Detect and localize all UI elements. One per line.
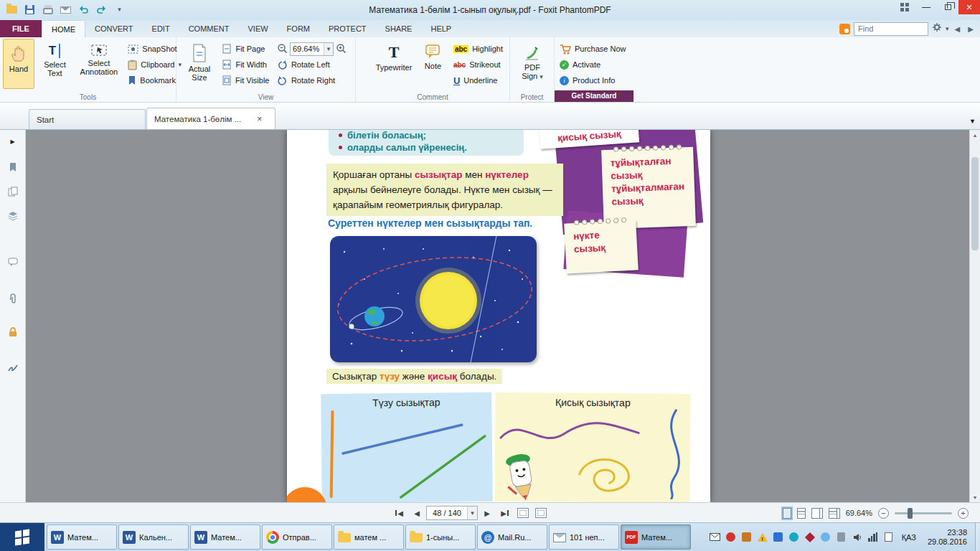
speaker-icon[interactable] [851, 531, 864, 544]
tab-document[interactable]: Математика 1-бөлім ... × [146, 108, 275, 129]
print-icon[interactable] [42, 4, 54, 16]
first-page-button[interactable]: ◀ [393, 506, 407, 520]
taskbar-folder-1[interactable]: матем ... [334, 524, 404, 550]
strikeout-button[interactable]: abc Strikeout [451, 57, 509, 72]
activate-button[interactable]: ✓ Activate [557, 57, 632, 72]
tray-app-teal-icon[interactable] [788, 531, 801, 544]
zoom-combo[interactable]: ▾ [290, 42, 334, 56]
tray-app-red-icon[interactable] [804, 531, 816, 544]
taskbar-chrome[interactable]: Отправ... [262, 524, 332, 550]
zoom-caret-icon[interactable]: ▾ [324, 43, 333, 55]
page-number-caret-icon[interactable]: ▾ [467, 507, 477, 519]
minimize-button[interactable]: — [915, 0, 937, 14]
tray-agent-icon[interactable] [740, 531, 753, 544]
highlight-button[interactable]: abc Highlight [451, 42, 509, 56]
typewriter-button[interactable]: T Typewriter [373, 39, 415, 89]
find-options-caret-icon[interactable]: ▾ [946, 26, 949, 32]
scroll-down-icon[interactable]: ▼ [970, 492, 980, 502]
taskbar-folder-2[interactable]: 1-сыны... [405, 524, 476, 550]
taskbar-mailru[interactable]: @Mail.Ru... [477, 524, 547, 550]
tray-mail-icon[interactable] [709, 531, 722, 544]
find-next-icon[interactable]: ▶ [966, 25, 976, 33]
taskbar-word-1[interactable]: WМатем... [47, 524, 117, 550]
tray-antivirus-icon[interactable] [725, 531, 738, 544]
fit-width-button[interactable]: Fit Width [220, 57, 271, 72]
tab-list-icon[interactable]: ▼ [969, 118, 976, 125]
attachments-panel-icon[interactable] [4, 291, 22, 308]
customize-toolbar-icon[interactable]: ▾ [113, 4, 126, 16]
tray-warning-icon[interactable]: ! [756, 531, 769, 544]
zoom-out-icon[interactable] [277, 43, 288, 55]
signature-panel-icon[interactable] [4, 359, 22, 377]
page-number-input[interactable] [427, 507, 467, 519]
underline-button[interactable]: U Underline [451, 73, 509, 88]
select-annotation-button[interactable]: Select Annotation [75, 39, 123, 89]
tab-edit[interactable]: EDIT [143, 20, 179, 37]
single-page-view-icon[interactable] [783, 508, 791, 519]
close-tab-icon[interactable]: × [257, 114, 262, 124]
pdf-sign-button[interactable]: PDF Sign ▾ [513, 39, 552, 89]
next-page-button[interactable]: ▶ [480, 506, 494, 520]
tab-share[interactable]: SHARE [376, 20, 422, 37]
comments-panel-icon[interactable] [4, 253, 22, 270]
security-panel-icon[interactable] [4, 324, 22, 341]
layers-panel-icon[interactable] [4, 207, 22, 225]
show-desktop-button[interactable] [975, 523, 980, 551]
scroll-up-icon[interactable]: ▲ [970, 130, 980, 140]
tab-convert[interactable]: CONVERT [85, 20, 143, 37]
tray-usb-icon[interactable] [835, 531, 848, 544]
expand-panel-icon[interactable]: ▶ [4, 133, 22, 150]
email-icon[interactable] [60, 4, 72, 16]
previous-page-button[interactable]: ◀ [410, 506, 424, 520]
tray-app-blue-icon[interactable] [772, 531, 785, 544]
taskbar-word-3[interactable]: WМатем... [190, 524, 260, 550]
rotate-left-button[interactable]: Rotate Left [275, 57, 362, 72]
hand-tool-button[interactable]: Hand [3, 39, 34, 89]
save-icon[interactable] [24, 4, 36, 16]
tab-help[interactable]: HELP [421, 20, 461, 37]
restore-button[interactable] [937, 0, 958, 14]
last-page-button[interactable]: ▶ [496, 506, 511, 520]
language-indicator[interactable]: ҚАЗ [898, 533, 920, 542]
actual-size-button[interactable]: Actual Size [182, 39, 217, 89]
facing-continuous-view-icon[interactable] [829, 508, 837, 519]
scrollbar-thumb[interactable] [971, 157, 979, 250]
next-view-icon[interactable] [535, 508, 547, 518]
redo-icon[interactable] [95, 4, 108, 16]
continuous-view-icon[interactable] [797, 508, 806, 519]
action-center-icon[interactable] [882, 531, 895, 544]
tab-file[interactable]: FILE [0, 20, 42, 37]
purchase-now-button[interactable]: Purchase Now [557, 42, 632, 56]
network-icon[interactable] [867, 531, 880, 544]
start-button[interactable] [0, 523, 44, 551]
bookmarks-panel-icon[interactable] [4, 159, 22, 176]
undo-icon[interactable] [77, 4, 90, 16]
layout-grid-icon[interactable] [894, 0, 915, 14]
rotate-right-button[interactable]: Rotate Right [275, 73, 362, 88]
zoom-out-button[interactable]: − [878, 508, 889, 519]
zoom-in-icon[interactable] [336, 43, 347, 55]
note-button[interactable]: Note [418, 39, 448, 89]
tray-app-lightblue-icon[interactable] [819, 531, 832, 544]
facing-view-icon[interactable] [811, 508, 820, 519]
pages-panel-icon[interactable] [4, 183, 22, 200]
zoom-in-button[interactable]: + [958, 508, 969, 519]
tab-form[interactable]: FORM [278, 20, 319, 37]
taskbar-word-2[interactable]: WКальен... [118, 524, 189, 550]
zoom-slider[interactable] [895, 512, 952, 514]
clock[interactable]: 23:38 29.08.2016 [923, 528, 972, 547]
taskbar-mail-message[interactable]: 101 неп... [549, 524, 619, 550]
select-text-button[interactable]: T Select Text [37, 39, 72, 89]
previous-view-icon[interactable] [517, 508, 529, 518]
tab-start[interactable]: Start [29, 109, 146, 129]
open-file-icon[interactable] [6, 4, 18, 16]
fit-visible-button[interactable]: Fit Visible [220, 73, 271, 88]
tab-home[interactable]: HOME [42, 20, 85, 37]
tab-view[interactable]: VIEW [238, 20, 277, 37]
tab-comment[interactable]: COMMENT [179, 20, 239, 37]
tab-protect[interactable]: PROTECT [319, 20, 376, 37]
zoom-slider-handle[interactable] [908, 508, 913, 519]
zoom-input[interactable] [291, 43, 324, 55]
fit-page-button[interactable]: Fit Page [220, 42, 271, 56]
taskbar-foxit-active[interactable]: PDFМатем... [621, 524, 691, 550]
